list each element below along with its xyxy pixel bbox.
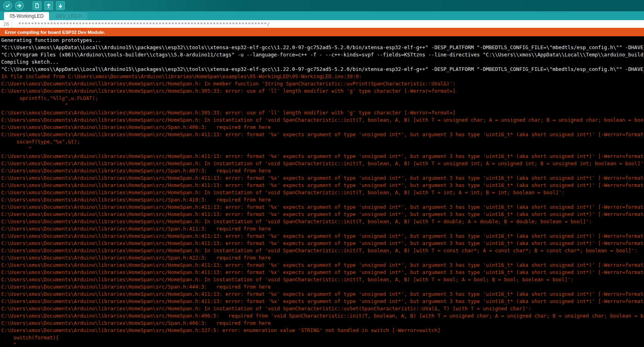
tab-dev-led-h[interactable]: DEV_LED.h xyxy=(50,12,87,20)
console-line: C:\Users\xmos\Documents\Arduino\librarie… xyxy=(1,175,644,182)
console-line: C:\Users\xmos\Documents\Arduino\librarie… xyxy=(1,254,644,262)
console-line: C:\Users\xmos\Documents\Arduino\librarie… xyxy=(1,305,644,312)
console-line: In file included from C:\Users\xmos\Docu… xyxy=(1,73,644,80)
console-line: C:\Users\xmos\Documents\Arduino\librarie… xyxy=(1,182,644,189)
tab-label: 05-WorkingLED xyxy=(10,13,43,19)
console-line: C:\Users\xmos\Documents\Arduino\librarie… xyxy=(1,160,644,167)
verify-button[interactable] xyxy=(3,1,12,10)
console-line: "C:\\Program Files (x86)\\Arduino\\tools… xyxy=(1,51,644,58)
error-status-bar: Error compiling for board ESP32 Dev Modu… xyxy=(0,28,644,36)
console-line: C:\Users\xmos\Documents\Arduino\librarie… xyxy=(1,240,644,247)
console-line: ^ xyxy=(1,145,644,153)
console-line: C:\Users\xmos\Documents\Arduino\librarie… xyxy=(1,196,644,204)
console-line: C:\Users\xmos\Documents\Arduino\librarie… xyxy=(1,327,644,334)
console-line: C:\Users\xmos\Documents\Arduino\librarie… xyxy=(1,276,644,283)
console-line: C:\Users\xmos\Documents\Arduino\librarie… xyxy=(1,269,644,276)
arrow-up-icon xyxy=(46,3,52,8)
console-line: switch(format){ xyxy=(1,334,644,341)
code-editor[interactable]: 26 *************************************… xyxy=(0,20,644,28)
console-line: C:\Users\xmos\Documents\Arduino\librarie… xyxy=(1,211,644,218)
console-line: ^ xyxy=(1,102,644,109)
console-line: C:\Users\xmos\Documents\Arduino\librarie… xyxy=(1,80,644,87)
console-line: "C:\\Users\\xmos\\AppData\\Local\\Arduin… xyxy=(1,44,644,51)
console-line: C:\Users\xmos\Documents\Arduino\librarie… xyxy=(1,189,644,196)
console-line: C:\Users\xmos\Documents\Arduino\librarie… xyxy=(1,153,644,160)
new-sketch-button[interactable] xyxy=(33,1,41,10)
console-line: C:\Users\xmos\Documents\Arduino\librarie… xyxy=(1,283,644,291)
console-line: C:\Users\xmos\Documents\Arduino\librarie… xyxy=(1,225,644,233)
save-button[interactable] xyxy=(56,1,65,10)
check-icon xyxy=(5,3,10,8)
upload-button[interactable] xyxy=(15,1,24,10)
console-line: C:\Users\xmos\Documents\Arduino\librarie… xyxy=(1,116,644,124)
arrow-down-icon xyxy=(58,3,63,8)
open-button[interactable] xyxy=(44,1,53,10)
console-line: C:\Users\xmos\Documents\Arduino\librarie… xyxy=(1,247,644,254)
console-line: C:\Users\xmos\Documents\Arduino\librarie… xyxy=(1,167,644,175)
console-line: C:\Users\xmos\Documents\Arduino\librarie… xyxy=(1,291,644,298)
console-line: C:\Users\xmos\Documents\Arduino\librarie… xyxy=(1,218,644,225)
console-line: C:\Users\xmos\Documents\Arduino\librarie… xyxy=(1,320,644,327)
tab-05-workingled[interactable]: 05-WorkingLED xyxy=(4,12,49,20)
console-line: Generating function prototypes... xyxy=(1,37,644,44)
console-line: C:\Users\xmos\Documents\Arduino\librarie… xyxy=(1,124,644,131)
code-line: ****************************************… xyxy=(12,21,270,27)
line-number: 26 xyxy=(3,21,9,27)
toolbar xyxy=(0,0,644,11)
console-line: sprintf(c,"%llg",u.FLOAT); xyxy=(1,95,644,102)
console-output[interactable]: Generating function prototypes..."C:\\Us… xyxy=(0,36,644,347)
document-icon xyxy=(34,3,40,8)
console-line: C:\Users\xmos\Documents\Arduino\librarie… xyxy=(1,87,644,95)
console-line: C:\Users\xmos\Documents\Arduino\librarie… xyxy=(1,109,644,116)
console-line: C:\Users\xmos\Documents\Arduino\librarie… xyxy=(1,262,644,269)
console-line: "C:\\Users\\xmos\\AppData\\Local\\Arduin… xyxy=(1,66,644,73)
console-line: Compiling sketch... xyxy=(1,58,644,66)
console-line: C:\Users\xmos\Documents\Arduino\librarie… xyxy=(1,204,644,211)
console-line: C:\Users\xmos\Documents\Arduino\librarie… xyxy=(1,233,644,240)
console-line: C:\Users\xmos\Documents\Arduino\librarie… xyxy=(1,131,644,138)
tab-bar: 05-WorkingLED DEV_LED.h xyxy=(0,11,644,20)
tab-label: DEV_LED.h xyxy=(56,13,82,19)
error-status-message: Error compiling for board ESP32 Dev Modu… xyxy=(5,30,105,35)
console-line: C:\Users\xmos\Documents\Arduino\librarie… xyxy=(1,298,644,305)
arrow-right-icon xyxy=(17,3,22,8)
console-line: sscanf(type,"%x",&t); xyxy=(1,138,644,145)
console-line: C:\Users\xmos\Documents\Arduino\librarie… xyxy=(1,312,644,320)
console-line: ^ xyxy=(1,341,644,347)
line-number-gutter: 26 xyxy=(0,20,12,28)
